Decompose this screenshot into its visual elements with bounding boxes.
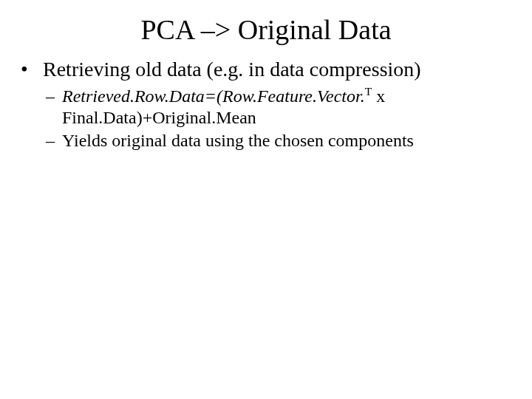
bullet-marker: •: [18, 58, 43, 81]
slide: PCA –> Original Data • Retrieving old da…: [0, 0, 532, 399]
sub-bullet-text: Yields original data using the chosen co…: [62, 130, 514, 151]
sub-bullet-marker: –: [46, 130, 62, 151]
formula-text: Retrieved.Row.Data=(Row.Feature.Vector.T…: [62, 86, 514, 129]
slide-body: • Retrieving old data (e.g. in data comp…: [0, 53, 532, 151]
sub-bullet-marker: –: [46, 86, 62, 129]
sub-bullet-item: – Yields original data using the chosen …: [18, 130, 514, 151]
formula-superscript: T: [365, 85, 372, 98]
formula-part1: Retrieved.Row.Data=(Row.Feature.Vector.: [62, 86, 365, 106]
bullet-item: • Retrieving old data (e.g. in data comp…: [18, 58, 514, 81]
sub-bullet-formula: – Retrieved.Row.Data=(Row.Feature.Vector…: [18, 86, 514, 129]
bullet-text: Retrieving old data (e.g. in data compre…: [43, 58, 514, 81]
slide-title: PCA –> Original Data: [0, 0, 532, 53]
